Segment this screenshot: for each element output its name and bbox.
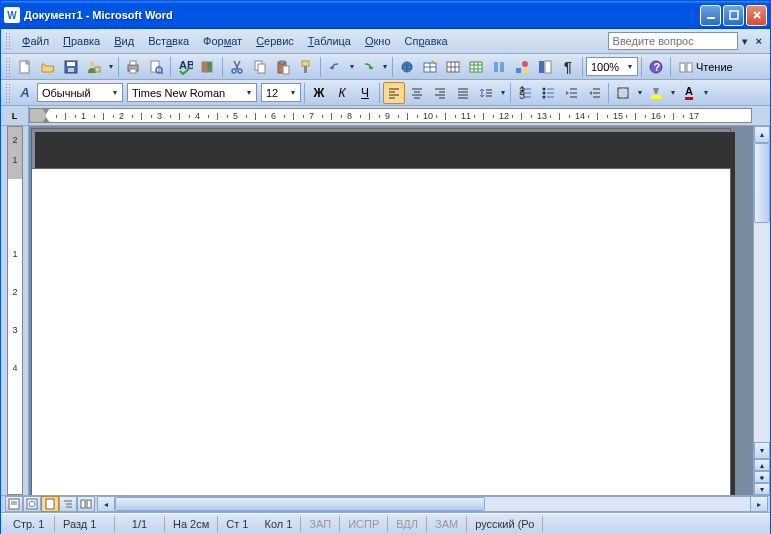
scroll-thumb-h[interactable]	[115, 497, 485, 511]
close-button[interactable]	[746, 5, 767, 26]
help-dropdown-arrow[interactable]: ▾	[738, 35, 752, 48]
menu-table[interactable]: Таблица	[301, 32, 358, 50]
status-ovr[interactable]: ЗАМ	[427, 516, 467, 532]
font-size-combo[interactable]: 12 ▾	[261, 83, 301, 102]
toolbar-grip[interactable]	[5, 57, 11, 77]
font-dropdown-arrow[interactable]: ▾	[242, 88, 254, 97]
status-col[interactable]: Кол 1	[256, 516, 301, 532]
reading-view-button[interactable]	[77, 496, 95, 512]
show-marks-button[interactable]: ¶	[557, 56, 579, 78]
borders-dropdown[interactable]: ▾	[635, 88, 644, 97]
scroll-track-h[interactable]	[485, 497, 750, 511]
toolbar-grip-2[interactable]	[5, 83, 11, 103]
cut-button[interactable]	[226, 56, 248, 78]
menubar-close-icon[interactable]: ×	[752, 35, 766, 47]
new-document-button[interactable]	[14, 56, 36, 78]
normal-view-button[interactable]	[5, 496, 23, 512]
web-layout-view-button[interactable]	[23, 496, 41, 512]
bold-button[interactable]: Ж	[308, 82, 330, 104]
browse-prev-button[interactable]: ▴	[754, 459, 770, 471]
scroll-track-v[interactable]	[754, 143, 770, 442]
document-map-button[interactable]	[534, 56, 556, 78]
status-ext[interactable]: ВДЛ	[388, 516, 427, 532]
scroll-thumb-v[interactable]	[754, 143, 770, 223]
insert-table-button[interactable]	[442, 56, 464, 78]
font-size-dropdown-arrow[interactable]: ▾	[286, 88, 298, 97]
redo-dropdown[interactable]: ▾	[380, 62, 389, 71]
copy-button[interactable]	[249, 56, 271, 78]
format-painter-button[interactable]	[295, 56, 317, 78]
menu-help[interactable]: Справка	[398, 32, 455, 50]
help-search-input[interactable]	[608, 32, 738, 50]
status-page[interactable]: Стр. 1	[5, 516, 55, 532]
menu-view[interactable]: Вид	[107, 32, 141, 50]
horizontal-ruler[interactable]: 1234567891011121314151617	[29, 108, 752, 123]
bullets-button[interactable]	[537, 82, 559, 104]
page-viewport[interactable]	[29, 126, 753, 495]
browse-next-button[interactable]: ▾	[754, 483, 770, 495]
paste-button[interactable]	[272, 56, 294, 78]
status-rec[interactable]: ЗАП	[301, 516, 340, 532]
font-color-button[interactable]: A	[678, 82, 700, 104]
status-at[interactable]: На 2см	[165, 516, 218, 532]
redo-button[interactable]	[357, 56, 379, 78]
underline-button[interactable]: Ч	[354, 82, 376, 104]
columns-button[interactable]	[488, 56, 510, 78]
status-lang[interactable]: русский (Ро	[467, 516, 543, 532]
research-button[interactable]	[197, 56, 219, 78]
borders-button[interactable]	[612, 82, 634, 104]
permissions-button[interactable]	[83, 56, 105, 78]
style-combo[interactable]: Обычный ▾	[37, 83, 123, 102]
menu-insert[interactable]: Вставка	[141, 32, 196, 50]
minimize-button[interactable]	[700, 5, 721, 26]
print-preview-button[interactable]	[145, 56, 167, 78]
titlebar[interactable]: W Документ1 - Microsoft Word	[1, 1, 770, 29]
style-dropdown-arrow[interactable]: ▾	[108, 88, 120, 97]
decrease-indent-button[interactable]	[560, 82, 582, 104]
insert-worksheet-button[interactable]	[465, 56, 487, 78]
maximize-button[interactable]	[723, 5, 744, 26]
select-browse-object-button[interactable]: ●	[754, 471, 770, 483]
horizontal-scrollbar[interactable]: ◂ ▸	[97, 496, 768, 512]
menu-window[interactable]: Окно	[358, 32, 398, 50]
menu-format[interactable]: Формат	[196, 32, 249, 50]
document-page[interactable]	[31, 168, 731, 495]
menubar-grip[interactable]	[5, 32, 11, 50]
print-layout-view-button[interactable]	[41, 496, 59, 512]
align-center-button[interactable]	[406, 82, 428, 104]
align-right-button[interactable]	[429, 82, 451, 104]
scroll-right-button[interactable]: ▸	[750, 497, 767, 511]
zoom-combo[interactable]: 100% ▾	[586, 57, 638, 76]
status-trk[interactable]: ИСПР	[340, 516, 388, 532]
font-combo[interactable]: Times New Roman ▾	[127, 83, 257, 102]
increase-indent-button[interactable]	[583, 82, 605, 104]
line-spacing-button[interactable]	[475, 82, 497, 104]
save-button[interactable]	[60, 56, 82, 78]
align-left-button[interactable]	[383, 82, 405, 104]
highlight-button[interactable]	[645, 82, 667, 104]
status-pages[interactable]: 1/1	[115, 516, 165, 532]
tab-selector[interactable]: L	[1, 106, 29, 125]
italic-button[interactable]: К	[331, 82, 353, 104]
zoom-dropdown-arrow[interactable]: ▾	[623, 62, 635, 71]
outline-view-button[interactable]	[59, 496, 77, 512]
styles-pane-button[interactable]: А	[14, 82, 36, 104]
reading-layout-button[interactable]: Чтение	[674, 56, 738, 78]
align-justify-button[interactable]	[452, 82, 474, 104]
status-section[interactable]: Разд 1	[55, 516, 115, 532]
menu-tools[interactable]: Сервис	[249, 32, 301, 50]
status-line[interactable]: Ст 1	[218, 516, 256, 532]
scroll-down-button[interactable]: ▾	[754, 442, 770, 459]
help-button[interactable]: ?	[645, 56, 667, 78]
font-color-dropdown[interactable]: ▾	[701, 88, 710, 97]
line-spacing-dropdown[interactable]: ▾	[498, 88, 507, 97]
scroll-up-button[interactable]: ▴	[754, 126, 770, 143]
menu-file[interactable]: Файл	[15, 32, 56, 50]
permissions-dropdown[interactable]: ▾	[106, 62, 115, 71]
spelling-button[interactable]: ABC	[174, 56, 196, 78]
undo-button[interactable]	[324, 56, 346, 78]
open-button[interactable]	[37, 56, 59, 78]
highlight-dropdown[interactable]: ▾	[668, 88, 677, 97]
tables-borders-button[interactable]	[419, 56, 441, 78]
vertical-ruler[interactable]: 211234	[7, 126, 23, 495]
